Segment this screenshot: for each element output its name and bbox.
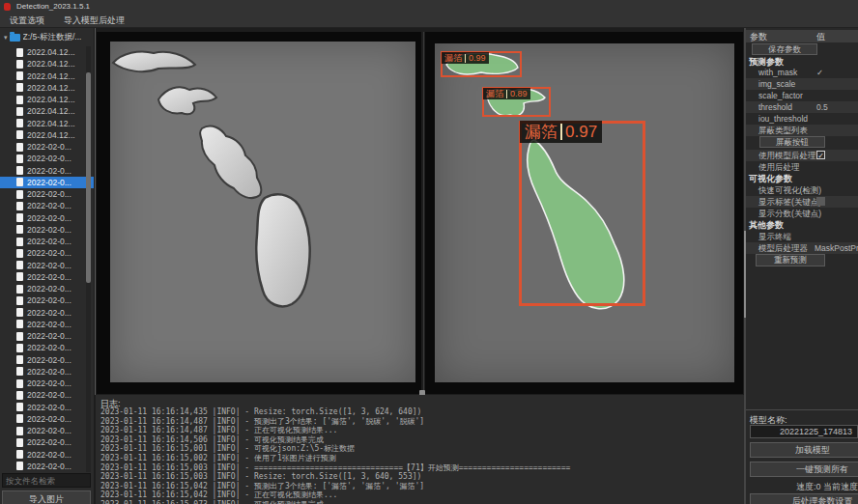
log-line: 2023-01-11 16:16:14,487 |INFO| - 预测出了3个结… <box>100 417 738 427</box>
param-row-show-terminal[interactable]: 显示终端 <box>746 231 858 242</box>
param-row-show-score[interactable]: 显示分数(关键点) <box>746 208 858 219</box>
log-panel[interactable]: 日志: 2023-01-11 16:16:14,435 |INFO| - Res… <box>96 395 744 504</box>
save-params-button[interactable]: 保存参数 <box>752 43 817 55</box>
import-image-button[interactable]: 导入图片 <box>2 490 91 504</box>
defect-blob-1 <box>113 51 195 71</box>
tree-item[interactable]: 2022-02-0... <box>0 378 94 389</box>
checkbox-checked[interactable]: ✓ <box>816 151 825 159</box>
tree-item[interactable]: 2022-02-0... <box>0 436 94 448</box>
tree-item[interactable]: 2022.04.12... <box>0 46 94 58</box>
tree-item[interactable]: 2022-02-0... <box>0 425 94 436</box>
predict-all-button[interactable]: 一键预测所有 <box>750 462 858 477</box>
log-line: 2023-01-11 16:16:15,003 |INFO| - Resize:… <box>100 472 738 482</box>
speed-status: 速度:0 当前速度 <box>746 481 858 493</box>
tree-item[interactable]: 2022-02-0... <box>0 294 94 306</box>
tree-item-label: 2022-02-0... <box>27 261 72 270</box>
tree-item[interactable]: 2022.04.12... <box>0 129 94 141</box>
prediction-image[interactable]: 漏箔0.99 漏箔0.89 漏箔0.97 <box>435 43 734 382</box>
file-icon <box>16 178 23 186</box>
tree-item[interactable]: 2022-02-0... <box>0 177 94 188</box>
tree-item[interactable]: 2022-02-0... <box>0 247 94 259</box>
param-row-use-model-post[interactable]: 使用模型后处理 ✓ <box>746 150 858 161</box>
file-icon <box>16 332 23 341</box>
tree-item[interactable]: 2022-02-0... <box>0 354 94 366</box>
file-icon <box>16 60 23 69</box>
tree-item-label: 2022.04.12... <box>27 47 75 57</box>
file-icon <box>16 391 23 400</box>
tree-item[interactable]: 2022.04.12... <box>0 94 94 105</box>
tree-item[interactable]: 2022-02-0... <box>0 461 94 472</box>
menu-item-import-postprocess[interactable]: 导入模型后处理 <box>54 13 134 28</box>
tree-item[interactable]: 2022.04.12... <box>0 70 94 82</box>
tree-item[interactable]: 2022-02-0... <box>0 188 94 200</box>
left-splitter[interactable] <box>95 28 96 395</box>
tree-item[interactable]: 2022-02-0... <box>0 307 94 319</box>
tree-item-label: 2022-02-0... <box>27 378 72 388</box>
load-model-button[interactable]: 加载模型 <box>750 442 858 458</box>
model-name-field[interactable]: 20221225_174813 <box>750 425 858 438</box>
file-icon <box>16 438 23 447</box>
tree-item[interactable]: 2022.04.12... <box>0 82 94 94</box>
postprocess-params-button[interactable]: 后处理参数设置 <box>750 493 858 504</box>
mask-button[interactable]: 屏蔽按钮 <box>759 136 825 148</box>
param-value[interactable]: MaskPostProc <box>815 243 858 253</box>
file-icon <box>16 355 23 364</box>
log-line: 2023-01-11 16:16:15,001 |INFO| - 可视化json… <box>100 444 738 454</box>
param-row-scale-factor[interactable]: scale_factor <box>746 90 858 101</box>
tree-item[interactable]: 2022.04.12... <box>0 118 94 129</box>
tree-item[interactable]: 2022-02-0... <box>0 283 94 294</box>
checkbox-unchecked[interactable] <box>816 197 825 206</box>
chevron-down-icon[interactable]: ▾ <box>4 34 8 42</box>
tree-item[interactable]: 2022.04.12... <box>0 58 94 70</box>
tree-item[interactable]: 2022-02-0... <box>0 271 94 283</box>
tree-item[interactable]: 2022-02-0... <box>0 449 94 461</box>
param-row-quick-vis[interactable]: 快速可视化(检测) <box>746 184 858 196</box>
label-divider <box>560 124 562 140</box>
param-row-show-label[interactable]: 显示标签(关键点) <box>746 196 858 208</box>
param-row-use-post[interactable]: 使用后处理 <box>746 161 858 173</box>
tree-item-label: 2022-02-0... <box>27 295 72 305</box>
tree-item[interactable]: 2022-02-0... <box>0 413 94 425</box>
defect-blob-3 <box>200 126 261 199</box>
tree-item[interactable]: 2022-02-0... <box>0 342 94 353</box>
tree-item[interactable]: 2022-02-0... <box>0 319 94 330</box>
tree-item[interactable]: 2022-02-0... <box>0 200 94 211</box>
image-splitter[interactable] <box>423 32 424 394</box>
tree-item[interactable]: 2022-02-0... <box>0 260 94 271</box>
param-label: img_scale <box>758 79 795 89</box>
param-row-threshold[interactable]: threshold 0.5 <box>746 101 858 113</box>
param-row-with-mask[interactable]: with_mask ✓ <box>746 67 858 78</box>
tree-item[interactable]: 2022-02-0... <box>0 153 94 164</box>
tree-root-node[interactable]: ▾ Z:/5-标注数据/... <box>0 31 94 44</box>
tree-item[interactable]: 2022-02-0... <box>0 402 94 413</box>
tree-item[interactable]: 2022-02-0... <box>0 212 94 224</box>
tree-item-label: 2022-02-0... <box>27 426 72 435</box>
search-input[interactable] <box>2 473 91 488</box>
log-line: 2023-01-11 16:16:14,435 |INFO| - Resize:… <box>100 407 738 417</box>
prediction-image-panel[interactable]: 漏箔0.99 漏箔0.89 漏箔0.97 <box>425 32 743 394</box>
tree-item[interactable]: 2022-02-0... <box>0 366 94 378</box>
tree-item[interactable]: 2022-02-0... <box>0 141 94 153</box>
tree-item-label: 2022-02-0... <box>27 437 72 447</box>
param-value[interactable]: 0.5 <box>816 102 828 112</box>
param-row-img-scale[interactable]: img_scale <box>746 78 858 90</box>
tree-item-label: 2022-02-0... <box>27 272 72 282</box>
param-row-mask-type-list[interactable]: 屏蔽类型列表 <box>746 125 858 136</box>
menu-item-settings[interactable]: 设置选项 <box>0 13 54 28</box>
defect-shapes <box>110 42 415 382</box>
tree-scrollbar-thumb[interactable] <box>86 72 91 283</box>
raw-image-panel[interactable] <box>97 32 421 394</box>
tree-item[interactable]: 2022-02-0... <box>0 224 94 236</box>
repredict-button[interactable]: 重新预测 <box>756 254 825 266</box>
tree-item-label: 2022-02-0... <box>27 320 72 329</box>
param-row-iou-threshold[interactable]: iou_threshold <box>746 113 858 125</box>
folder-icon <box>10 34 20 42</box>
param-row-model-post-processor[interactable]: 模型后处理器 MaskPostProc <box>746 242 858 254</box>
tree-item[interactable]: 2022-02-0... <box>0 236 94 247</box>
tree-item[interactable]: 2022-02-0... <box>0 389 94 401</box>
tree-item[interactable]: 2022.04.12... <box>0 105 94 117</box>
tree-item[interactable]: 2022-02-0... <box>0 165 94 177</box>
check-icon[interactable]: ✓ <box>816 68 823 77</box>
raw-image[interactable] <box>110 42 415 382</box>
tree-item[interactable]: 2022-02-0... <box>0 330 94 342</box>
